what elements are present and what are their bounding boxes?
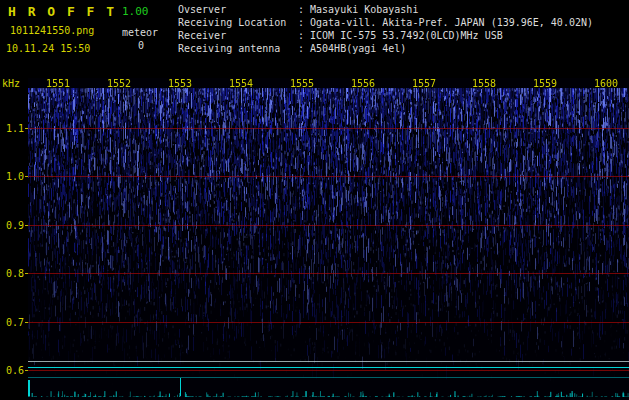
separator: : (298, 16, 304, 29)
time-axis-label: 1553 (167, 78, 193, 89)
time-axis-label: 1554 (228, 78, 254, 89)
receiving-location-label: Receiving Location (178, 16, 298, 29)
receiver-label: Receiver (178, 29, 298, 42)
separator: : (298, 3, 304, 16)
receiving-antenna-row: Receiving antenna:A504HB(yagi 4el) (178, 42, 593, 55)
separator: : (298, 29, 304, 42)
meteor-counter-label: meteor (122, 27, 158, 38)
freq-tick (25, 176, 28, 177)
freq-axis-label: 0.8 (2, 268, 24, 279)
receiving-antenna-label: Receiving antenna (178, 42, 298, 55)
spectrogram (28, 78, 629, 400)
time-axis-label: 1558 (471, 78, 497, 89)
hrofft-window: H R O F F T 1.00 1011241550.png meteor 0… (0, 0, 629, 400)
time-axis-label: 1551 (45, 78, 71, 89)
freq-axis-label: 0.7 (2, 317, 24, 328)
time-axis-label: 1552 (106, 78, 132, 89)
meteor-counter-value: 0 (138, 40, 144, 51)
app-title: H R O F F T (8, 4, 116, 19)
time-axis-label: 1555 (289, 78, 315, 89)
freq-axis-label: 1.1 (2, 123, 24, 134)
time-axis-label: 1557 (411, 78, 437, 89)
freq-tick (25, 225, 28, 226)
freq-tick (25, 370, 28, 371)
receiving-antenna-value: A504HB(yagi 4el) (310, 42, 406, 55)
separator: : (298, 42, 304, 55)
freq-axis-label: 1.0 (2, 171, 24, 182)
output-filename: 1011241550.png (10, 25, 94, 36)
datetime-stamp: 10.11.24 15:50 (6, 43, 90, 54)
receiving-location-row: Receiving Location:Ogata-vill. Akita-Pre… (178, 16, 593, 29)
receiver-value: ICOM IC-575 53.7492(0LCD)MHz USB (310, 29, 503, 42)
freq-axis-label: 0.9 (2, 220, 24, 231)
time-axis-label: 1556 (350, 78, 376, 89)
y-axis-unit-label: kHz (2, 78, 20, 89)
observer-row: Ovserver:Masayuki Kobayashi (178, 3, 593, 16)
freq-axis-label: 0.6 (2, 365, 24, 376)
freq-tick (25, 273, 28, 274)
freq-tick (25, 322, 28, 323)
time-axis-label: 1600 (593, 78, 619, 89)
freq-tick (25, 128, 28, 129)
app-version: 1.00 (122, 5, 149, 18)
observation-info: Ovserver:Masayuki Kobayashi Receiving Lo… (178, 3, 593, 55)
receiving-location-value: Ogata-vill. Akita-Pref. JAPAN (139.96E, … (310, 16, 593, 29)
observer-value: Masayuki Kobayashi (310, 3, 418, 16)
time-axis-label: 1559 (532, 78, 558, 89)
observer-label: Ovserver (178, 3, 298, 16)
receiver-row: Receiver:ICOM IC-575 53.7492(0LCD)MHz US… (178, 29, 593, 42)
